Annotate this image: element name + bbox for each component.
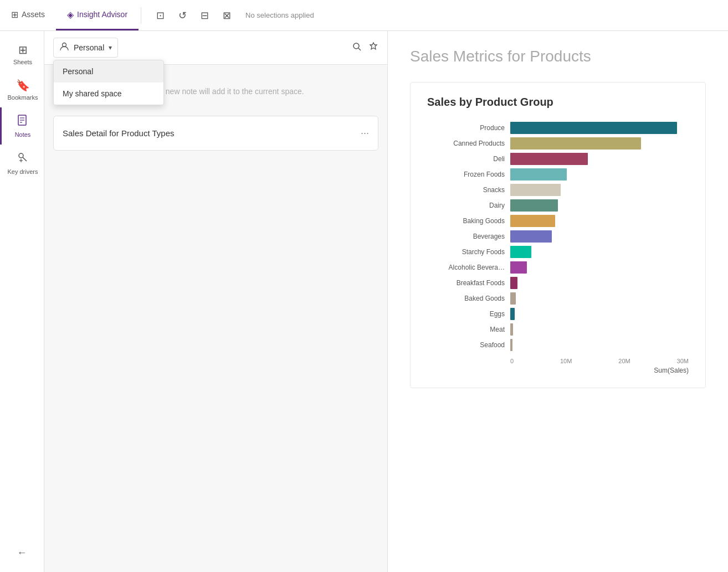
bar-track — [510, 277, 689, 289]
space-selector-label: Personal — [74, 43, 104, 52]
chart-main-title: Sales Metrics for Products — [410, 48, 706, 65]
svg-point-4 — [19, 153, 23, 158]
bar-track — [510, 308, 689, 320]
sidebar-label-notes: Notes — [15, 131, 31, 138]
bar-track — [510, 184, 689, 196]
bar-label: Deli — [427, 155, 505, 163]
sheets-icon: ⊞ — [18, 43, 28, 56]
tab-assets[interactable]: ⊞ Assets — [0, 0, 56, 30]
chart-title: Sales by Product Group — [427, 96, 689, 109]
sidebar: ⊞ Sheets 🔖 Bookmarks Notes — [0, 31, 44, 572]
bar-fill — [510, 230, 552, 243]
bar-track — [510, 199, 689, 212]
notes-icon — [17, 114, 29, 129]
sidebar-item-key-drivers[interactable]: Key drivers — [0, 145, 44, 182]
header-icons — [352, 42, 378, 54]
bar-track — [510, 168, 689, 181]
svg-line-10 — [358, 48, 361, 50]
sidebar-collapse-btn[interactable]: ← — [11, 540, 34, 565]
insight-advisor-icon: ◈ — [67, 9, 74, 20]
bar-fill — [510, 277, 517, 289]
note-card-menu-btn[interactable]: ··· — [361, 127, 369, 139]
bar-fill — [510, 122, 677, 134]
bar-track — [510, 339, 689, 351]
selection-forward-btn[interactable]: ↺ — [172, 6, 192, 25]
search-btn[interactable] — [352, 42, 362, 54]
bar-fill — [510, 292, 516, 305]
key-drivers-icon — [17, 151, 29, 166]
bar-fill — [510, 199, 558, 212]
bar-row: Beverages — [427, 230, 689, 243]
notes-panel: Personal ▾ Personal My s — [44, 31, 388, 572]
bar-row: Eggs — [427, 308, 689, 320]
dropdown-personal[interactable]: Personal — [54, 60, 163, 83]
space-selector[interactable]: Personal ▾ — [53, 38, 118, 58]
bar-label: Beverages — [427, 233, 505, 240]
bar-fill — [510, 137, 641, 150]
bar-label: Breakfast Foods — [427, 279, 505, 287]
bar-fill — [510, 246, 531, 258]
bar-track — [510, 122, 689, 134]
bar-fill — [510, 308, 515, 320]
bar-row: Baking Goods — [427, 215, 689, 227]
bar-label: Eggs — [427, 310, 505, 318]
chart-x-axis: 010M20M30M — [427, 358, 689, 364]
dropdown-shared-space[interactable]: My shared space — [54, 83, 163, 105]
tab-insight-advisor[interactable]: ◈ Insight Advisor — [56, 0, 139, 30]
assets-icon: ⊞ — [11, 9, 18, 20]
x-axis-label: 30M — [677, 358, 689, 364]
bar-fill — [510, 323, 513, 336]
chart-container: Sales by Product Group ProduceCanned Pro… — [410, 82, 706, 388]
bar-label: Snacks — [427, 186, 505, 194]
space-selector-chevron: ▾ — [109, 44, 112, 51]
sidebar-item-notes[interactable]: Notes — [0, 107, 44, 145]
sidebar-item-sheets[interactable]: ⊞ Sheets — [0, 37, 44, 72]
bar-fill — [510, 168, 567, 181]
bar-row: Canned Products — [427, 137, 689, 150]
notes-body: Creating a new note will add it to the c… — [44, 65, 387, 572]
pin-btn[interactable] — [368, 42, 378, 54]
sidebar-item-bookmarks[interactable]: 🔖 Bookmarks — [0, 72, 44, 107]
bar-track — [510, 292, 689, 305]
sidebar-label-bookmarks: Bookmarks — [7, 94, 38, 101]
bar-fill — [510, 261, 527, 274]
sidebar-label-key-drivers: Key drivers — [7, 168, 38, 175]
chart-x-title: Sum(Sales) — [427, 367, 689, 374]
bar-row: Frozen Foods — [427, 168, 689, 181]
svg-point-9 — [353, 43, 359, 49]
selection-clear-btn[interactable]: ⊠ — [217, 6, 237, 25]
bar-label: Frozen Foods — [427, 171, 505, 178]
space-dropdown: Personal My shared space — [53, 60, 164, 105]
bar-label: Dairy — [427, 202, 505, 209]
bar-row: Starchy Foods — [427, 246, 689, 258]
toolbar-divider — [141, 7, 141, 24]
selection-back-btn[interactable]: ⊡ — [150, 6, 170, 25]
bar-track — [510, 137, 689, 150]
bar-fill — [510, 339, 512, 351]
bar-track — [510, 246, 689, 258]
bar-row: Seafood — [427, 339, 689, 351]
chart-area: Sales Metrics for Products Sales by Prod… — [388, 31, 728, 572]
selection-lock-btn[interactable]: ⊟ — [194, 6, 214, 25]
bar-row: Dairy — [427, 199, 689, 212]
svg-line-5 — [23, 157, 27, 161]
no-selection-label: No selections applied — [239, 11, 321, 19]
bar-track — [510, 261, 689, 274]
bar-chart: ProduceCanned ProductsDeliFrozen FoodsSn… — [427, 122, 689, 351]
bar-row: Snacks — [427, 184, 689, 196]
note-card[interactable]: Sales Detail for Product Types ··· — [53, 116, 378, 151]
person-icon — [59, 42, 69, 54]
bar-row: Produce — [427, 122, 689, 134]
sidebar-bottom: ← — [11, 534, 34, 572]
tab-insight-advisor-label: Insight Advisor — [77, 10, 127, 19]
bar-label: Produce — [427, 124, 505, 132]
bar-fill — [510, 184, 561, 196]
bar-row: Alcoholic Bevera… — [427, 261, 689, 274]
bar-row: Baked Goods — [427, 292, 689, 305]
toolbar: ⊞ Assets ◈ Insight Advisor ⊡ ↺ ⊟ ⊠ No se… — [0, 0, 728, 31]
bookmarks-icon: 🔖 — [16, 79, 30, 92]
bar-label: Canned Products — [427, 140, 505, 147]
bar-label: Seafood — [427, 341, 505, 349]
main-content: ⊞ Sheets 🔖 Bookmarks Notes — [0, 31, 728, 572]
bar-track — [510, 153, 689, 165]
